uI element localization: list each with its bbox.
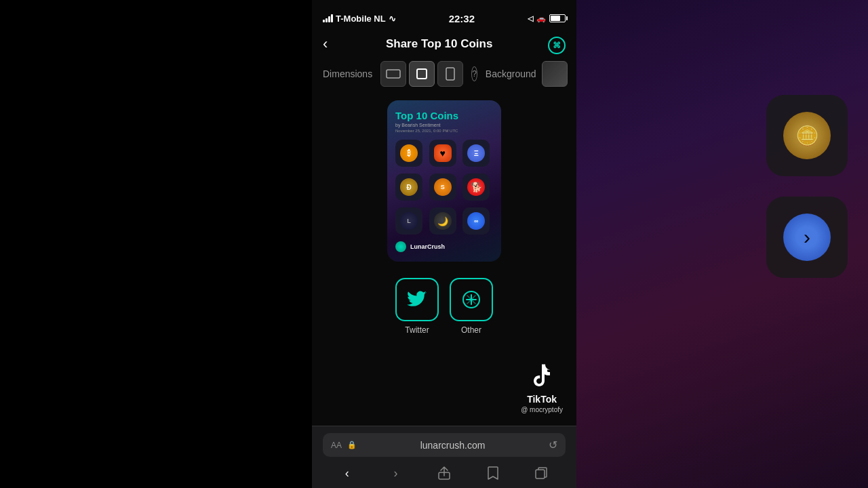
url-bar: AA 🔒 lunarcrush.com ↺	[323, 433, 566, 457]
coins-grid-bottom: L 🌙 ∞	[395, 207, 493, 235]
status-bar: T-Mobile NL ∿ 22:32 ◁ 🚗	[312, 0, 576, 30]
twitter-share-button[interactable]	[395, 278, 439, 321]
coin-cell-icp: ∞	[462, 207, 490, 235]
background-swatch[interactable]	[542, 61, 568, 87]
carrier-label: T-Mobile NL	[336, 14, 386, 24]
bg-coin-icon: 🪙	[783, 112, 831, 159]
page-title: Share Top 10 Coins	[333, 37, 545, 51]
battery-indicator	[549, 14, 566, 22]
tabs-button[interactable]	[529, 461, 553, 485]
card-inner: Top 10 Coins by Bearish Sentiment Novemb…	[387, 100, 501, 262]
card-footer: LunarCrush	[395, 241, 493, 252]
twitter-label: Twitter	[405, 325, 429, 335]
coins-grid-top: ₿ ♥ Ξ	[395, 140, 493, 167]
location-icon: ◁	[528, 14, 533, 23]
left-bg	[0, 0, 312, 488]
lock-icon: 🔒	[347, 441, 357, 449]
card-title: Top 10 Coins	[395, 110, 493, 121]
svg-rect-1	[417, 69, 427, 79]
help-icon: ?	[472, 69, 477, 79]
lunarcrush-logo-small	[395, 241, 406, 252]
text-size-button[interactable]: AA	[331, 441, 342, 450]
card-subtitle: by Bearish Sentiment	[395, 123, 493, 127]
dim-btn-portrait[interactable]	[437, 61, 463, 87]
dim-btn-wide[interactable]	[380, 61, 406, 87]
back-nav-button[interactable]: ‹	[335, 461, 359, 485]
card-date: November 25, 2021, 0:00 PM UTC	[395, 129, 493, 133]
background-label: Background	[486, 68, 536, 79]
battery-fill	[551, 16, 560, 21]
coin-cell-heart: ♥	[429, 140, 456, 167]
background-section: Background	[486, 61, 568, 87]
bg-arrow-icon: ›	[783, 214, 831, 261]
tiktok-text: TikTok	[527, 394, 557, 405]
dimension-buttons	[380, 61, 463, 87]
refresh-button[interactable]: ↺	[549, 439, 557, 451]
forward-nav-button[interactable]: ›	[383, 461, 408, 485]
browser-bar: AA 🔒 lunarcrush.com ↺ ‹ ›	[312, 426, 576, 488]
coin-cell-btc: ₿	[395, 140, 422, 167]
twitter-share-item: Twitter	[395, 278, 439, 335]
coin-cell-luna: 🌙	[429, 207, 456, 235]
coin-cell-xrp: L	[395, 207, 422, 235]
signal-bars	[323, 14, 333, 22]
svg-rect-5	[536, 470, 545, 479]
right-bg: 🪙 ›	[576, 0, 868, 488]
bg-app-icon-2: ›	[766, 197, 848, 278]
header-settings-icon[interactable]: ⌘	[548, 37, 566, 54]
page-header: ‹ Share Top 10 Coins ⌘	[312, 30, 576, 61]
wifi-icon: ∿	[389, 14, 396, 24]
other-share-item: Other	[450, 278, 493, 335]
status-left: T-Mobile NL ∿	[323, 14, 396, 24]
tiktok-watermark: TikTok @ mocryptofy	[521, 364, 563, 413]
phone-screen: T-Mobile NL ∿ 22:32 ◁ 🚗 ‹ Share Top 10 C…	[312, 0, 576, 488]
other-share-button[interactable]	[450, 278, 493, 321]
tiktok-user: @ mocryptofy	[521, 406, 563, 413]
bg-app-icon-1: 🪙	[766, 95, 848, 176]
dimensions-label: Dimensions	[323, 68, 372, 79]
coin-cell-sand: S	[429, 174, 456, 201]
status-right: ◁ 🚗	[528, 14, 566, 23]
preview-card: Top 10 Coins by Bearish Sentiment Novemb…	[387, 100, 501, 262]
coin-cell-eth: Ξ	[462, 140, 490, 167]
time-display: 22:32	[449, 13, 475, 24]
bookmarks-button[interactable]	[481, 461, 505, 485]
back-button[interactable]: ‹	[323, 35, 328, 53]
url-display[interactable]: lunarcrush.com	[362, 440, 543, 451]
share-buttons-row: Twitter Other	[395, 278, 493, 335]
other-label: Other	[461, 325, 481, 335]
share-nav-button[interactable]	[432, 461, 456, 485]
coins-grid-mid: Ð S 🐕	[395, 174, 493, 201]
dim-btn-square[interactable]	[409, 61, 435, 87]
dimensions-row: Dimensions ?	[312, 61, 576, 95]
svg-rect-2	[446, 68, 454, 80]
coin-cell-doge: Ð	[395, 174, 422, 201]
car-icon: 🚗	[536, 14, 546, 23]
svg-rect-0	[387, 70, 400, 78]
coin-cell-shib: 🐕	[462, 174, 490, 201]
browser-nav: ‹ ›	[312, 461, 576, 485]
tiktok-logo-icon	[531, 364, 553, 392]
help-button[interactable]: ?	[471, 66, 477, 81]
lunarcrush-brand: LunarCrush	[410, 243, 445, 250]
